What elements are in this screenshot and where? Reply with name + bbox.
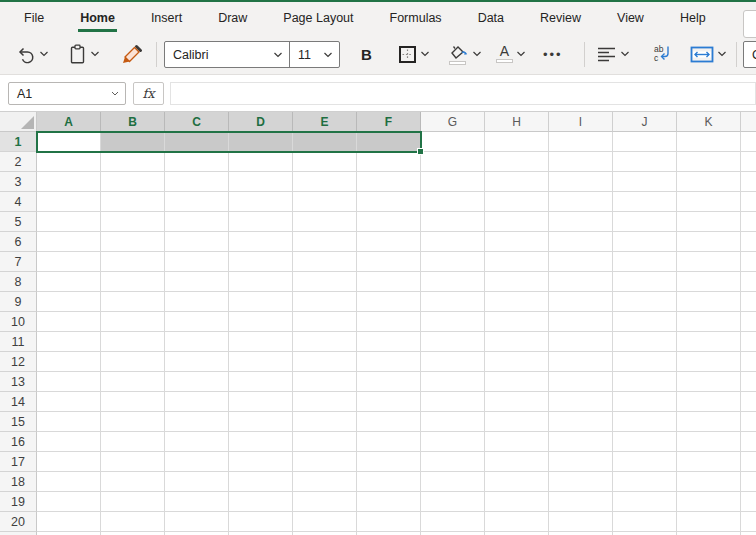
column-header-i[interactable]: I bbox=[549, 112, 613, 132]
number-format-select[interactable]: G bbox=[743, 41, 756, 68]
row-header-15[interactable]: 15 bbox=[0, 412, 37, 432]
cell-J12[interactable] bbox=[613, 352, 677, 372]
cell-I12[interactable] bbox=[549, 352, 613, 372]
cell-A10[interactable] bbox=[37, 312, 101, 332]
cell-E3[interactable] bbox=[293, 172, 357, 192]
cell-C20[interactable] bbox=[165, 512, 229, 532]
column-header-c[interactable]: C bbox=[165, 112, 229, 132]
cell-H17[interactable] bbox=[485, 452, 549, 472]
cell-K18[interactable] bbox=[677, 472, 741, 492]
cell-G6[interactable] bbox=[421, 232, 485, 252]
font-name-select[interactable]: Calibri bbox=[165, 42, 289, 67]
row-header-13[interactable]: 13 bbox=[0, 372, 37, 392]
cell-G11[interactable] bbox=[421, 332, 485, 352]
cell-C16[interactable] bbox=[165, 432, 229, 452]
cell-G16[interactable] bbox=[421, 432, 485, 452]
cell-B10[interactable] bbox=[101, 312, 165, 332]
cell-C1[interactable] bbox=[165, 132, 229, 152]
cell-H3[interactable] bbox=[485, 172, 549, 192]
cell-B20[interactable] bbox=[101, 512, 165, 532]
cell-partial[interactable] bbox=[741, 352, 756, 372]
fx-button[interactable]: fx bbox=[133, 82, 164, 105]
cell-J13[interactable] bbox=[613, 372, 677, 392]
cell-I14[interactable] bbox=[549, 392, 613, 412]
cell-I6[interactable] bbox=[549, 232, 613, 252]
cell-C15[interactable] bbox=[165, 412, 229, 432]
cell-J10[interactable] bbox=[613, 312, 677, 332]
cell-C17[interactable] bbox=[165, 452, 229, 472]
cell-G5[interactable] bbox=[421, 212, 485, 232]
tab-view[interactable]: View bbox=[617, 2, 644, 34]
column-header-k[interactable]: K bbox=[677, 112, 741, 132]
cell-partial[interactable] bbox=[741, 152, 756, 172]
column-header-g[interactable]: G bbox=[421, 112, 485, 132]
cell-E10[interactable] bbox=[293, 312, 357, 332]
cell-H15[interactable] bbox=[485, 412, 549, 432]
cutoff-right-button[interactable] bbox=[743, 10, 756, 38]
cell-D15[interactable] bbox=[229, 412, 293, 432]
cell-D12[interactable] bbox=[229, 352, 293, 372]
cell-F3[interactable] bbox=[357, 172, 421, 192]
cell-partial[interactable] bbox=[741, 292, 756, 312]
column-header-b[interactable]: B bbox=[101, 112, 165, 132]
cell-A8[interactable] bbox=[37, 272, 101, 292]
cell-B13[interactable] bbox=[101, 372, 165, 392]
name-box[interactable]: A1 bbox=[8, 82, 126, 105]
cell-K8[interactable] bbox=[677, 272, 741, 292]
cell-D10[interactable] bbox=[229, 312, 293, 332]
cell-A19[interactable] bbox=[37, 492, 101, 512]
cell-E20[interactable] bbox=[293, 512, 357, 532]
cell-E5[interactable] bbox=[293, 212, 357, 232]
cell-partial[interactable] bbox=[741, 332, 756, 352]
cell-F17[interactable] bbox=[357, 452, 421, 472]
cell-D6[interactable] bbox=[229, 232, 293, 252]
cell-B8[interactable] bbox=[101, 272, 165, 292]
cell-partial[interactable] bbox=[741, 452, 756, 472]
cell-K2[interactable] bbox=[677, 152, 741, 172]
alignment-button[interactable] bbox=[596, 34, 630, 74]
cell-E15[interactable] bbox=[293, 412, 357, 432]
row-header-10[interactable]: 10 bbox=[0, 312, 37, 332]
cell-E12[interactable] bbox=[293, 352, 357, 372]
cell-K11[interactable] bbox=[677, 332, 741, 352]
column-header-f[interactable]: F bbox=[357, 112, 421, 132]
cell-partial[interactable] bbox=[741, 392, 756, 412]
row-header-2[interactable]: 2 bbox=[0, 152, 37, 172]
cell-G10[interactable] bbox=[421, 312, 485, 332]
cell-D3[interactable] bbox=[229, 172, 293, 192]
cell-F14[interactable] bbox=[357, 392, 421, 412]
cell-F13[interactable] bbox=[357, 372, 421, 392]
cell-G8[interactable] bbox=[421, 272, 485, 292]
cell-K19[interactable] bbox=[677, 492, 741, 512]
row-header-5[interactable]: 5 bbox=[0, 212, 37, 232]
cell-B3[interactable] bbox=[101, 172, 165, 192]
cell-A16[interactable] bbox=[37, 432, 101, 452]
cell-partial[interactable] bbox=[741, 512, 756, 532]
cell-G2[interactable] bbox=[421, 152, 485, 172]
cell-D18[interactable] bbox=[229, 472, 293, 492]
cell-H1[interactable] bbox=[485, 132, 549, 152]
column-header-d[interactable]: D bbox=[229, 112, 293, 132]
cell-J4[interactable] bbox=[613, 192, 677, 212]
cell-K10[interactable] bbox=[677, 312, 741, 332]
cell-J17[interactable] bbox=[613, 452, 677, 472]
cell-G15[interactable] bbox=[421, 412, 485, 432]
cell-H13[interactable] bbox=[485, 372, 549, 392]
cell-A18[interactable] bbox=[37, 472, 101, 492]
cell-J7[interactable] bbox=[613, 252, 677, 272]
cell-F18[interactable] bbox=[357, 472, 421, 492]
cell-H4[interactable] bbox=[485, 192, 549, 212]
cell-B6[interactable] bbox=[101, 232, 165, 252]
cell-A17[interactable] bbox=[37, 452, 101, 472]
cell-K17[interactable] bbox=[677, 452, 741, 472]
cell-A7[interactable] bbox=[37, 252, 101, 272]
cell-D14[interactable] bbox=[229, 392, 293, 412]
cell-K12[interactable] bbox=[677, 352, 741, 372]
cell-K3[interactable] bbox=[677, 172, 741, 192]
cell-E18[interactable] bbox=[293, 472, 357, 492]
cell-I9[interactable] bbox=[549, 292, 613, 312]
cell-C6[interactable] bbox=[165, 232, 229, 252]
cell-B1[interactable] bbox=[101, 132, 165, 152]
cell-K16[interactable] bbox=[677, 432, 741, 452]
cell-B16[interactable] bbox=[101, 432, 165, 452]
